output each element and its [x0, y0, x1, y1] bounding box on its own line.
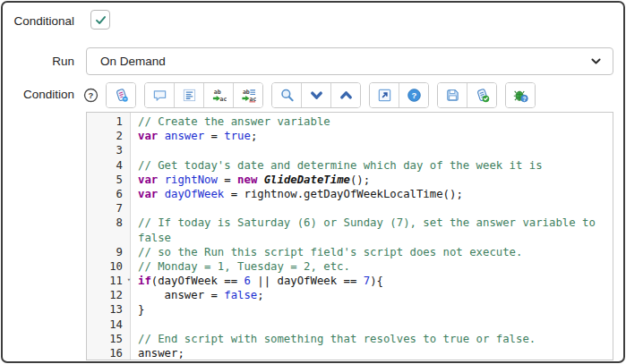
code-line: // so the Run this script field's script…: [131, 245, 522, 259]
line-number: 8: [87, 216, 131, 230]
chevron-down-icon: [590, 55, 602, 67]
line-number: 9: [87, 245, 131, 259]
line-number: 13: [87, 302, 131, 317]
fold-toggle-icon[interactable]: ▾: [127, 277, 131, 284]
help-icon: ?: [407, 88, 422, 103]
field-help-button[interactable]: ?: [83, 88, 99, 103]
code-line: var answer = true;: [131, 129, 257, 143]
replace-button[interactable]: abac: [203, 83, 233, 107]
toolbar-button-group: ?: [369, 82, 429, 108]
debug-button[interactable]: ?: [506, 83, 535, 107]
line-number: 11▾: [87, 274, 131, 288]
code-row: 6var dayOfWeek = rightnow.getDayOfWeekLo…: [87, 187, 613, 201]
line-number: 2: [87, 129, 131, 143]
find-next-icon: [309, 88, 324, 103]
code-line: [131, 201, 138, 216]
comment-icon: [152, 88, 167, 103]
code-line: [131, 143, 138, 157]
line-number: 16: [87, 346, 131, 360]
code-row: 13}: [87, 302, 613, 317]
code-line: var dayOfWeek = rightnow.getDayOfWeekLoc…: [131, 187, 463, 201]
code-row: 16answer;: [87, 346, 613, 360]
code-row: 10// Monday = 1, Tuesday = 2, etc.: [87, 259, 613, 274]
toolbar-button-group: ?: [505, 82, 536, 108]
form-panel: Conditional Run On Demand Condition ? ab…: [1, 1, 625, 363]
line-number: 1: [87, 114, 131, 129]
line-number: 3: [87, 143, 131, 157]
find-next-button[interactable]: [301, 83, 330, 107]
code-row: false: [87, 231, 613, 245]
code-rows: 1// Create the answer variable2var answe…: [87, 114, 613, 360]
replace-all-button[interactable]: abac: [233, 83, 262, 107]
svg-text:?: ?: [411, 89, 416, 99]
line-number: 4: [87, 158, 131, 173]
line-number: 15: [87, 332, 131, 346]
code-line: // Monday = 1, Tuesday = 2, etc.: [131, 259, 350, 274]
svg-text:?: ?: [89, 89, 94, 99]
code-line: false: [131, 231, 171, 245]
line-number: 5: [87, 173, 131, 187]
search-icon: [279, 88, 295, 103]
line-number: 12: [87, 288, 131, 302]
run-select[interactable]: On Demand: [86, 47, 613, 75]
expand-button[interactable]: [370, 83, 399, 107]
save-button[interactable]: [438, 83, 467, 107]
find-previous-icon: [339, 88, 354, 103]
code-line: // Create the answer variable: [131, 114, 330, 129]
code-row: 8// If today is Saturday (6) or Sunday (…: [87, 216, 613, 230]
line-number: 6: [87, 187, 131, 201]
code-row: 14: [87, 317, 613, 332]
conditional-label: Conditional: [3, 14, 74, 28]
svg-text:ac: ac: [219, 96, 227, 103]
code-row: 4// Get today's date and determine which…: [87, 158, 613, 173]
replace-icon: abac: [211, 88, 227, 103]
syntax-check-icon: [475, 88, 490, 103]
line-number: 14: [87, 317, 131, 332]
condition-script-editor[interactable]: 1// Create the answer variable2var answe…: [86, 112, 613, 360]
code-line: var rightNow = new GlideDateTime();: [131, 173, 370, 187]
line-number: 10: [87, 259, 131, 274]
toolbar-button-group: [437, 82, 497, 108]
question-circle-icon: ?: [83, 88, 99, 103]
expand-icon: [377, 88, 392, 103]
toolbar-button-group: [271, 82, 361, 108]
run-select-value: On Demand: [100, 55, 166, 68]
code-row: 9// so the Run this script field's scrip…: [87, 245, 613, 259]
comment-button[interactable]: [145, 83, 174, 107]
syntax-editor-icon: [114, 88, 129, 103]
code-row: 5var rightNow = new GlideDateTime();: [87, 173, 613, 187]
condition-label: Condition: [3, 81, 74, 108]
toolbar-button-group: abacabac: [144, 82, 263, 108]
condition-toolbar-groups: abacabac??: [106, 82, 536, 108]
code-row: 15// End script with something that reso…: [87, 332, 613, 346]
format-code-icon: [182, 88, 197, 103]
conditional-checkbox[interactable]: [90, 10, 110, 30]
search-button[interactable]: [272, 83, 301, 107]
code-line: // End script with something that resolv…: [131, 332, 536, 346]
line-number: [87, 231, 131, 245]
line-number: 7: [87, 201, 131, 216]
code-row: 11▾if(dayOfWeek == 6 || dayOfWeek == 7){: [87, 274, 613, 288]
syntax-check-button[interactable]: [467, 83, 496, 107]
code-line: }: [131, 302, 144, 317]
checkmark-icon: [94, 13, 107, 27]
format-code-button[interactable]: [174, 83, 203, 107]
code-row: 3: [87, 143, 613, 157]
debug-icon: ?: [513, 88, 528, 103]
condition-toolbar: ? abacabac??: [83, 81, 536, 108]
code-line: answer = false;: [131, 288, 264, 302]
code-line: answer;: [131, 346, 184, 360]
code-row: 12 answer = false;: [87, 288, 613, 302]
save-icon: [445, 88, 460, 103]
help-button[interactable]: ?: [399, 83, 428, 107]
syntax-editor-button[interactable]: [107, 83, 135, 107]
code-row: 1// Create the answer variable: [87, 114, 613, 129]
svg-text:ab: ab: [213, 89, 220, 96]
code-line: [131, 317, 138, 332]
svg-text:?: ?: [522, 95, 526, 101]
code-row: 2var answer = true;: [87, 129, 613, 143]
code-line: if(dayOfWeek == 6 || dayOfWeek == 7){: [131, 274, 383, 288]
run-label: Run: [3, 47, 74, 75]
find-previous-button[interactable]: [330, 83, 360, 107]
toolbar-button-group: [106, 82, 136, 108]
